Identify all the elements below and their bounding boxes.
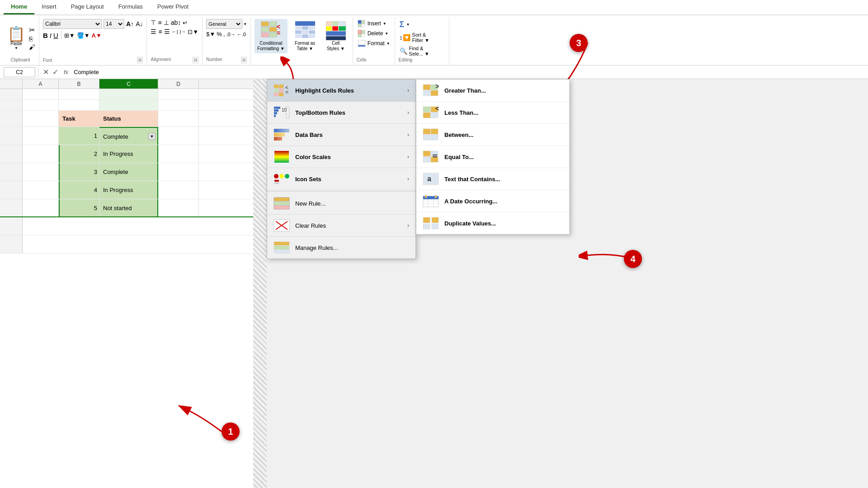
- border-button[interactable]: ⊞▼: [64, 32, 75, 39]
- between-item[interactable]: Between...: [416, 124, 569, 146]
- less-than-item[interactable]: < Less Than...: [416, 102, 569, 124]
- align-bottom-button[interactable]: ⊥: [164, 19, 169, 26]
- cell-c1[interactable]: [99, 89, 158, 99]
- duplicate-values-item[interactable]: Duplicate Values...: [416, 212, 569, 234]
- cell-d2[interactable]: [158, 100, 199, 110]
- cell-d8[interactable]: [158, 199, 199, 216]
- cell-reference-box[interactable]: [4, 67, 35, 77]
- cell-d1[interactable]: [158, 89, 199, 99]
- autosum-button[interactable]: Σ ▼: [399, 19, 445, 30]
- cell-a5[interactable]: [23, 145, 59, 163]
- text-contains-item[interactable]: a Text that Contains...: [416, 168, 569, 190]
- col-header-b[interactable]: B: [59, 79, 99, 89]
- date-occurring-item[interactable]: A Date Occurring...: [416, 190, 569, 212]
- color-scales-item[interactable]: Color Scales ›: [267, 146, 415, 168]
- align-right-button[interactable]: ☰: [164, 28, 170, 35]
- number-dialog-button[interactable]: ⧉: [241, 57, 247, 63]
- new-rule-item[interactable]: New Rule...: [267, 192, 415, 215]
- col-header-d[interactable]: D: [158, 79, 199, 89]
- decrease-indent-button[interactable]: ←|: [172, 28, 178, 35]
- format-painter-button[interactable]: 🖌: [29, 43, 35, 51]
- cell-a1[interactable]: [23, 89, 59, 99]
- cell-a3[interactable]: [23, 111, 59, 127]
- col-header-c[interactable]: C: [99, 79, 158, 89]
- icon-sets-item[interactable]: Icon Sets ›: [267, 168, 415, 190]
- font-shrink-button[interactable]: A↓: [136, 20, 143, 28]
- manage-rules-item[interactable]: Manage Rules...: [267, 237, 415, 258]
- cell-b7[interactable]: 4: [59, 181, 99, 199]
- cell-b2[interactable]: [59, 100, 99, 110]
- col-header-a[interactable]: A: [23, 79, 59, 89]
- font-name-select[interactable]: Calibri: [43, 19, 102, 29]
- cell-b3[interactable]: Task: [59, 111, 99, 127]
- underline-button[interactable]: U: [53, 32, 58, 39]
- sort-filter-button[interactable]: ↕🔽 Sort &Filter ▼: [399, 31, 445, 44]
- merge-button[interactable]: ⊡▼: [188, 28, 198, 35]
- comma-button[interactable]: ,: [223, 31, 225, 38]
- wrap-text-button[interactable]: ↵: [183, 19, 188, 26]
- insert-cells-button[interactable]: Insert ▼: [357, 19, 391, 28]
- cell-b5[interactable]: 2: [59, 145, 99, 163]
- tab-formulas[interactable]: Formulas: [111, 0, 150, 14]
- alignment-dialog-button[interactable]: ⧉: [193, 57, 198, 63]
- cell-a7[interactable]: [23, 181, 59, 199]
- bold-button[interactable]: B: [43, 32, 48, 39]
- currency-button[interactable]: $▼: [206, 31, 215, 38]
- font-dialog-button[interactable]: ⧉: [137, 57, 143, 63]
- decrease-decimal-button[interactable]: ←.0: [237, 32, 246, 37]
- function-button[interactable]: fx: [60, 69, 72, 75]
- tab-pagelayout[interactable]: Page Layout: [64, 0, 111, 14]
- align-left-button[interactable]: ☰: [151, 28, 156, 35]
- font-size-select[interactable]: 14: [104, 19, 124, 29]
- highlight-cells-rules-item[interactable]: < = Highlight Cells Rules ›: [267, 80, 415, 102]
- font-grow-button[interactable]: A↑: [126, 20, 134, 28]
- cell-c8[interactable]: Not started: [99, 199, 158, 216]
- formula-input[interactable]: [72, 69, 864, 75]
- top-bottom-rules-item[interactable]: 10 Top/Bottom Rules ›: [267, 102, 415, 124]
- cell-a2[interactable]: [23, 100, 59, 110]
- data-bars-item[interactable]: Data Bars ›: [267, 124, 415, 146]
- format-as-table-button[interactable]: Format asTable ▼: [290, 19, 320, 53]
- cell-styles-button[interactable]: CellStyles ▼: [323, 19, 349, 53]
- cell-d7[interactable]: [158, 181, 199, 199]
- fill-color-button[interactable]: 🪣▼: [77, 32, 90, 39]
- cell-d5[interactable]: [158, 145, 199, 163]
- format-cells-button[interactable]: Format ▼: [357, 39, 391, 48]
- cell-d6[interactable]: [158, 163, 199, 181]
- dropdown-arrow-c4[interactable]: ▼: [148, 133, 156, 140]
- cut-button[interactable]: ✂: [29, 26, 35, 34]
- cell-c3[interactable]: Status: [99, 111, 158, 127]
- cell-c7[interactable]: In Progress: [99, 181, 158, 199]
- greater-than-item[interactable]: > Greater Than...: [416, 80, 569, 102]
- percent-button[interactable]: %: [217, 31, 222, 38]
- equal-to-item[interactable]: Equal To...: [416, 146, 569, 168]
- increase-decimal-button[interactable]: .0→: [226, 32, 236, 37]
- cell-a8[interactable]: [23, 199, 59, 216]
- orientation-button[interactable]: ab↕: [171, 19, 181, 26]
- tab-insert[interactable]: Insert: [34, 0, 64, 14]
- cell-b1[interactable]: [59, 89, 99, 99]
- copy-button[interactable]: ⎘: [29, 35, 35, 42]
- align-middle-button[interactable]: ≡: [158, 19, 161, 26]
- confirm-formula-button[interactable]: ✓: [51, 68, 60, 76]
- cell-b8[interactable]: 5: [59, 199, 99, 216]
- delete-cells-button[interactable]: Delete ▼: [357, 29, 391, 38]
- number-format-select[interactable]: General: [206, 19, 242, 29]
- clear-rules-item[interactable]: Clear Rules ›: [267, 215, 415, 237]
- cell-a6[interactable]: [23, 163, 59, 181]
- paste-button[interactable]: 📋 Paste ▼: [5, 26, 27, 51]
- cancel-formula-button[interactable]: ✕: [41, 68, 51, 76]
- cell-d3[interactable]: [158, 111, 199, 127]
- align-top-button[interactable]: ⊤: [151, 19, 156, 26]
- cell-c4[interactable]: Complete ▼: [99, 127, 158, 145]
- tab-powerpivot[interactable]: Power Pivot: [150, 0, 196, 14]
- cell-d4[interactable]: [158, 127, 199, 145]
- conditional-formatting-button[interactable]: < = ConditionalFormatting ▼: [255, 19, 287, 53]
- align-center-button[interactable]: ≡: [158, 28, 162, 35]
- cell-c2[interactable]: [99, 100, 158, 110]
- find-select-button[interactable]: 🔍 Find &Sele... ▼: [399, 45, 445, 57]
- cell-c5[interactable]: In Progress: [99, 145, 158, 163]
- cell-b4[interactable]: 1: [59, 127, 99, 145]
- font-color-button[interactable]: A▼: [92, 32, 102, 39]
- cell-c6[interactable]: Complete: [99, 163, 158, 181]
